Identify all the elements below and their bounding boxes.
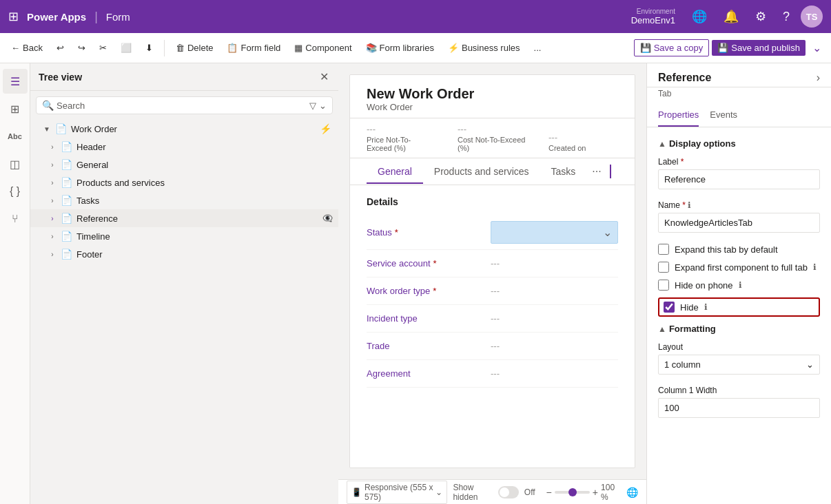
field-label-status: Status* <box>367 227 491 238</box>
hide-checkbox[interactable] <box>664 302 675 313</box>
form-subtitle: Work Order <box>367 102 618 112</box>
zoom-slider[interactable] <box>555 491 590 494</box>
form-details: Details Status* ⌄ Servi <box>350 185 635 399</box>
formatting-section-header[interactable]: ▲ Formatting <box>658 324 820 334</box>
col-width-field-group: Column 1 Width <box>658 386 820 418</box>
dashboard-icon[interactable]: ⊞ <box>3 96 28 121</box>
zoom-out-button[interactable]: − <box>546 487 552 498</box>
copy-button[interactable]: ⬜ <box>115 40 137 56</box>
settings-icon[interactable]: ⚙ <box>750 6 772 27</box>
label-input[interactable] <box>658 169 820 189</box>
delete-button[interactable]: 🗑 Delete <box>170 40 219 56</box>
field-label-agreement: Agreement <box>367 368 491 379</box>
undo-button[interactable]: ↩ <box>51 40 70 56</box>
name-input[interactable] <box>658 213 820 233</box>
panel-body: ▲ Display options Label * Name * ℹ <box>647 127 831 504</box>
header-field-1: --- Price Not-To-Exceed (%) <box>367 124 435 152</box>
redo-button[interactable]: ↪ <box>72 40 91 56</box>
required-marker: * <box>433 258 437 269</box>
right-panel-subtitle: Tab <box>647 87 831 104</box>
save-group: 💾 Save a copy 💾 Save and publish ⌄ <box>634 39 825 57</box>
environment-info: Environment DemoEnv1 <box>631 8 675 25</box>
help-icon[interactable]: ? <box>777 7 795 27</box>
hide-info-icon[interactable]: ℹ <box>704 302 708 312</box>
tree-item-reference[interactable]: › 📄 Reference 👁‍🗨 <box>30 209 338 227</box>
tree-item-timeline[interactable]: › 📄 Timeline <box>30 227 338 245</box>
tree-item-products[interactable]: › 📄 Products and services <box>30 174 338 191</box>
tree-item-general[interactable]: › 📄 General <box>30 156 338 174</box>
hide-phone-checkbox-row: Hide on phone ℹ <box>658 280 820 291</box>
expand-tab-checkbox[interactable] <box>658 244 669 255</box>
environment-icon[interactable]: 🌐 <box>686 6 712 27</box>
tree-item-footer[interactable]: › 📄 Footer <box>30 245 338 263</box>
hide-phone-info-icon[interactable]: ℹ <box>739 280 742 290</box>
main-layout: ☰ ⊞ Abc ◫ { } ⑂ Tree view ✕ 🔍 ▽ ⌄ ▼ 📄 Wo… <box>0 63 831 504</box>
right-panel-expand-button[interactable]: › <box>817 72 820 84</box>
file-icon: 📄 <box>61 213 72 224</box>
tree-item-label: Tasks <box>76 196 333 206</box>
form-field-work-order-type: Work order type* --- <box>367 277 618 305</box>
save-dropdown-button[interactable]: ⌄ <box>808 39 825 57</box>
layout-dropdown[interactable]: 1 column ⌄ <box>658 355 820 375</box>
required-marker: * <box>433 286 436 296</box>
notifications-icon[interactable]: 🔔 <box>718 6 744 27</box>
top-navigation: ⊞ Power Apps | Form Environment DemoEnv1… <box>0 0 831 33</box>
hierarchy-icon[interactable]: ⑂ <box>3 207 28 231</box>
tab-general[interactable]: General <box>367 159 423 184</box>
layout-field-group: Layout 1 column ⌄ <box>658 342 820 375</box>
layers-icon[interactable]: ◫ <box>3 151 28 176</box>
business-rules-button[interactable]: ⚡ Business rules <box>442 40 526 56</box>
form-libraries-button[interactable]: 📚 Form libraries <box>360 40 440 56</box>
form-field-icon: 📋 <box>227 43 238 53</box>
tree-close-button[interactable]: ✕ <box>318 69 330 85</box>
expand-first-label: Expand first component to full tab <box>675 262 808 273</box>
form-field-button[interactable]: 📋 Form field <box>221 40 286 56</box>
show-hidden-toggle[interactable] <box>498 486 519 498</box>
status-dropdown[interactable]: ⌄ <box>491 221 618 244</box>
expand-tab-checkbox-row: Expand this tab by default <box>658 244 820 255</box>
abc-icon[interactable]: Abc <box>3 124 28 149</box>
more-options-button[interactable]: ... <box>529 40 547 56</box>
component-button[interactable]: ▦ Component <box>289 40 357 56</box>
sidebar-icon-rail: ☰ ⊞ Abc ◫ { } ⑂ <box>0 63 30 504</box>
responsive-button[interactable]: 📱 Responsive (555 x 575) ⌄ <box>347 481 447 504</box>
save-copy-button[interactable]: 💾 Save a copy <box>634 39 710 56</box>
move-button[interactable]: ⬇ <box>140 40 158 56</box>
tree-item-label: Header <box>76 142 333 152</box>
file-icon: 📄 <box>61 141 72 152</box>
user-avatar[interactable]: TS <box>801 6 823 28</box>
tab-products-services[interactable]: Products and services <box>423 159 540 184</box>
globe-icon[interactable]: 🌐 <box>626 487 638 498</box>
expand-first-info-icon[interactable]: ℹ <box>813 262 817 272</box>
chevron-right-icon: › <box>47 159 58 170</box>
form-fields-row: --- Price Not-To-Exceed (%) --- Cost Not… <box>350 118 635 158</box>
tree-item-work-order[interactable]: ▼ 📄 Work Order ⚡ <box>30 120 338 138</box>
form-field-agreement: Agreement --- <box>367 360 618 388</box>
app-grid-icon[interactable]: ⊞ <box>8 9 19 24</box>
display-options-section-header[interactable]: ▲ Display options <box>658 138 820 149</box>
tab-events[interactable]: Events <box>710 104 737 127</box>
menu-icon[interactable]: ☰ <box>3 69 28 94</box>
cut-button[interactable]: ✂ <box>94 40 112 56</box>
code-icon[interactable]: { } <box>3 179 28 204</box>
hide-phone-checkbox[interactable] <box>658 280 669 291</box>
save-publish-button[interactable]: 💾 Save and publish <box>712 40 806 56</box>
zoom-in-button[interactable]: + <box>593 487 598 498</box>
form-title: New Work Order <box>367 86 618 102</box>
col-width-input[interactable] <box>658 398 820 418</box>
tab-properties[interactable]: Properties <box>658 104 699 127</box>
name-info-icon[interactable]: ℹ <box>688 200 691 210</box>
expand-first-checkbox[interactable] <box>658 262 669 273</box>
tree-item-tasks[interactable]: › 📄 Tasks <box>30 191 338 209</box>
back-button[interactable]: ← Back <box>6 40 48 56</box>
filter-button[interactable]: ▽ ⌄ <box>309 101 327 111</box>
form-header: New Work Order Work Order <box>350 75 635 118</box>
show-hidden-label: Show hidden <box>453 483 493 502</box>
tab-more-button[interactable]: ··· <box>586 158 606 185</box>
field-label-trade: Trade <box>367 341 491 351</box>
search-input[interactable] <box>57 101 309 111</box>
tree-item-header[interactable]: › 📄 Header <box>30 138 338 156</box>
save-copy-icon: 💾 <box>640 43 651 53</box>
chevron-right-icon: › <box>47 195 58 206</box>
tab-tasks[interactable]: Tasks <box>540 159 587 184</box>
